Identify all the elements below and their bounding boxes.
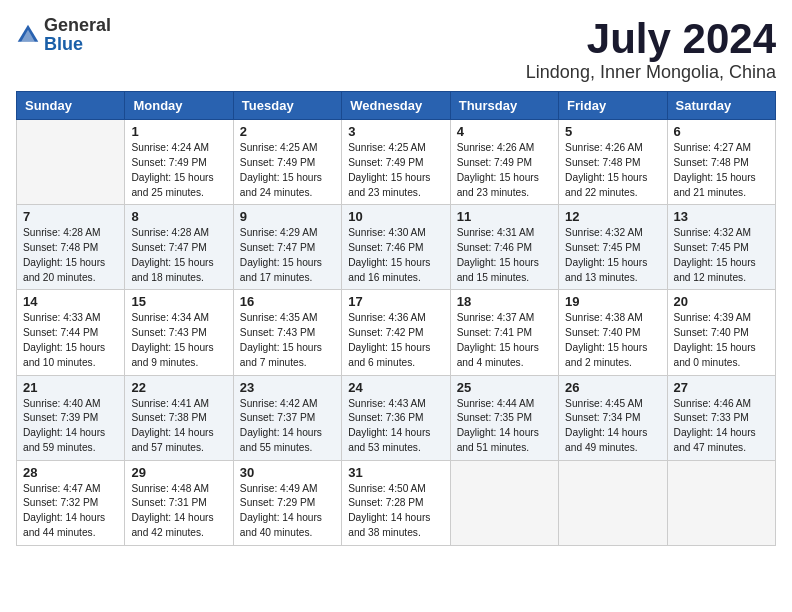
- weekday-header-thursday: Thursday: [450, 92, 558, 120]
- day-number: 9: [240, 209, 335, 224]
- day-info: Sunrise: 4:28 AMSunset: 7:47 PMDaylight:…: [131, 226, 226, 285]
- day-number: 15: [131, 294, 226, 309]
- day-info: Sunrise: 4:38 AMSunset: 7:40 PMDaylight:…: [565, 311, 660, 370]
- day-info: Sunrise: 4:30 AMSunset: 7:46 PMDaylight:…: [348, 226, 443, 285]
- calendar-cell: 21Sunrise: 4:40 AMSunset: 7:39 PMDayligh…: [17, 375, 125, 460]
- day-info: Sunrise: 4:25 AMSunset: 7:49 PMDaylight:…: [348, 141, 443, 200]
- calendar-cell: 12Sunrise: 4:32 AMSunset: 7:45 PMDayligh…: [559, 205, 667, 290]
- day-info: Sunrise: 4:44 AMSunset: 7:35 PMDaylight:…: [457, 397, 552, 456]
- day-number: 26: [565, 380, 660, 395]
- day-info: Sunrise: 4:29 AMSunset: 7:47 PMDaylight:…: [240, 226, 335, 285]
- day-info: Sunrise: 4:47 AMSunset: 7:32 PMDaylight:…: [23, 482, 118, 541]
- day-number: 14: [23, 294, 118, 309]
- day-info: Sunrise: 4:25 AMSunset: 7:49 PMDaylight:…: [240, 141, 335, 200]
- day-number: 11: [457, 209, 552, 224]
- day-number: 20: [674, 294, 769, 309]
- day-info: Sunrise: 4:36 AMSunset: 7:42 PMDaylight:…: [348, 311, 443, 370]
- logo-general: General: [44, 15, 111, 35]
- day-info: Sunrise: 4:24 AMSunset: 7:49 PMDaylight:…: [131, 141, 226, 200]
- calendar-cell: 14Sunrise: 4:33 AMSunset: 7:44 PMDayligh…: [17, 290, 125, 375]
- calendar-cell: 28Sunrise: 4:47 AMSunset: 7:32 PMDayligh…: [17, 460, 125, 545]
- day-number: 8: [131, 209, 226, 224]
- calendar-cell: 17Sunrise: 4:36 AMSunset: 7:42 PMDayligh…: [342, 290, 450, 375]
- day-number: 10: [348, 209, 443, 224]
- day-info: Sunrise: 4:42 AMSunset: 7:37 PMDaylight:…: [240, 397, 335, 456]
- calendar-cell: [667, 460, 775, 545]
- day-number: 27: [674, 380, 769, 395]
- calendar-cell: 30Sunrise: 4:49 AMSunset: 7:29 PMDayligh…: [233, 460, 341, 545]
- day-info: Sunrise: 4:41 AMSunset: 7:38 PMDaylight:…: [131, 397, 226, 456]
- calendar-week-row: 14Sunrise: 4:33 AMSunset: 7:44 PMDayligh…: [17, 290, 776, 375]
- day-number: 30: [240, 465, 335, 480]
- day-info: Sunrise: 4:34 AMSunset: 7:43 PMDaylight:…: [131, 311, 226, 370]
- day-number: 7: [23, 209, 118, 224]
- day-number: 4: [457, 124, 552, 139]
- weekday-header-row: SundayMondayTuesdayWednesdayThursdayFrid…: [17, 92, 776, 120]
- calendar-week-row: 1Sunrise: 4:24 AMSunset: 7:49 PMDaylight…: [17, 120, 776, 205]
- calendar-cell: 15Sunrise: 4:34 AMSunset: 7:43 PMDayligh…: [125, 290, 233, 375]
- calendar-cell: 5Sunrise: 4:26 AMSunset: 7:48 PMDaylight…: [559, 120, 667, 205]
- day-number: 6: [674, 124, 769, 139]
- day-number: 13: [674, 209, 769, 224]
- day-number: 21: [23, 380, 118, 395]
- calendar-cell: [17, 120, 125, 205]
- calendar-cell: 16Sunrise: 4:35 AMSunset: 7:43 PMDayligh…: [233, 290, 341, 375]
- calendar-cell: 25Sunrise: 4:44 AMSunset: 7:35 PMDayligh…: [450, 375, 558, 460]
- month-title: July 2024: [526, 16, 776, 62]
- calendar-cell: 1Sunrise: 4:24 AMSunset: 7:49 PMDaylight…: [125, 120, 233, 205]
- day-info: Sunrise: 4:43 AMSunset: 7:36 PMDaylight:…: [348, 397, 443, 456]
- calendar-cell: 11Sunrise: 4:31 AMSunset: 7:46 PMDayligh…: [450, 205, 558, 290]
- calendar-cell: [559, 460, 667, 545]
- location-title: Lindong, Inner Mongolia, China: [526, 62, 776, 83]
- calendar-cell: 26Sunrise: 4:45 AMSunset: 7:34 PMDayligh…: [559, 375, 667, 460]
- day-number: 5: [565, 124, 660, 139]
- day-number: 17: [348, 294, 443, 309]
- day-number: 22: [131, 380, 226, 395]
- day-number: 31: [348, 465, 443, 480]
- calendar-cell: 27Sunrise: 4:46 AMSunset: 7:33 PMDayligh…: [667, 375, 775, 460]
- day-number: 24: [348, 380, 443, 395]
- day-number: 23: [240, 380, 335, 395]
- day-number: 2: [240, 124, 335, 139]
- title-block: July 2024 Lindong, Inner Mongolia, China: [526, 16, 776, 83]
- day-info: Sunrise: 4:49 AMSunset: 7:29 PMDaylight:…: [240, 482, 335, 541]
- calendar-cell: 7Sunrise: 4:28 AMSunset: 7:48 PMDaylight…: [17, 205, 125, 290]
- day-info: Sunrise: 4:45 AMSunset: 7:34 PMDaylight:…: [565, 397, 660, 456]
- calendar-cell: 13Sunrise: 4:32 AMSunset: 7:45 PMDayligh…: [667, 205, 775, 290]
- weekday-header-saturday: Saturday: [667, 92, 775, 120]
- calendar-cell: 22Sunrise: 4:41 AMSunset: 7:38 PMDayligh…: [125, 375, 233, 460]
- day-info: Sunrise: 4:39 AMSunset: 7:40 PMDaylight:…: [674, 311, 769, 370]
- logo-icon: [16, 23, 40, 47]
- calendar-cell: 9Sunrise: 4:29 AMSunset: 7:47 PMDaylight…: [233, 205, 341, 290]
- day-info: Sunrise: 4:48 AMSunset: 7:31 PMDaylight:…: [131, 482, 226, 541]
- day-info: Sunrise: 4:28 AMSunset: 7:48 PMDaylight:…: [23, 226, 118, 285]
- calendar-week-row: 28Sunrise: 4:47 AMSunset: 7:32 PMDayligh…: [17, 460, 776, 545]
- logo: General Blue: [16, 16, 111, 54]
- day-info: Sunrise: 4:35 AMSunset: 7:43 PMDaylight:…: [240, 311, 335, 370]
- calendar-cell: 24Sunrise: 4:43 AMSunset: 7:36 PMDayligh…: [342, 375, 450, 460]
- day-info: Sunrise: 4:31 AMSunset: 7:46 PMDaylight:…: [457, 226, 552, 285]
- calendar-cell: 31Sunrise: 4:50 AMSunset: 7:28 PMDayligh…: [342, 460, 450, 545]
- day-info: Sunrise: 4:33 AMSunset: 7:44 PMDaylight:…: [23, 311, 118, 370]
- calendar-cell: 4Sunrise: 4:26 AMSunset: 7:49 PMDaylight…: [450, 120, 558, 205]
- day-number: 19: [565, 294, 660, 309]
- day-info: Sunrise: 4:32 AMSunset: 7:45 PMDaylight:…: [565, 226, 660, 285]
- calendar-cell: 8Sunrise: 4:28 AMSunset: 7:47 PMDaylight…: [125, 205, 233, 290]
- day-info: Sunrise: 4:26 AMSunset: 7:48 PMDaylight:…: [565, 141, 660, 200]
- day-number: 1: [131, 124, 226, 139]
- weekday-header-tuesday: Tuesday: [233, 92, 341, 120]
- day-number: 3: [348, 124, 443, 139]
- weekday-header-sunday: Sunday: [17, 92, 125, 120]
- day-number: 16: [240, 294, 335, 309]
- day-info: Sunrise: 4:40 AMSunset: 7:39 PMDaylight:…: [23, 397, 118, 456]
- day-info: Sunrise: 4:27 AMSunset: 7:48 PMDaylight:…: [674, 141, 769, 200]
- day-info: Sunrise: 4:26 AMSunset: 7:49 PMDaylight:…: [457, 141, 552, 200]
- day-info: Sunrise: 4:37 AMSunset: 7:41 PMDaylight:…: [457, 311, 552, 370]
- calendar-week-row: 7Sunrise: 4:28 AMSunset: 7:48 PMDaylight…: [17, 205, 776, 290]
- day-number: 12: [565, 209, 660, 224]
- day-info: Sunrise: 4:32 AMSunset: 7:45 PMDaylight:…: [674, 226, 769, 285]
- day-number: 29: [131, 465, 226, 480]
- logo-blue: Blue: [44, 34, 83, 54]
- calendar-cell: 19Sunrise: 4:38 AMSunset: 7:40 PMDayligh…: [559, 290, 667, 375]
- day-number: 25: [457, 380, 552, 395]
